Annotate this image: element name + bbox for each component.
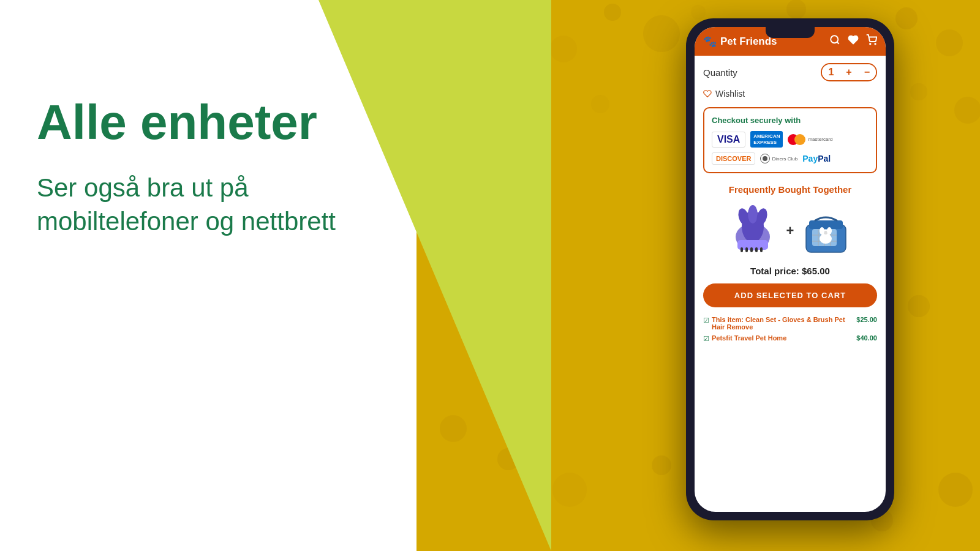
svg-point-21	[652, 455, 671, 475]
left-content: Alle enheter Ser også bra ut på mobiltel…	[37, 98, 355, 238]
svg-point-7	[786, 0, 806, 19]
svg-rect-47	[809, 220, 843, 229]
svg-point-29	[908, 295, 930, 317]
wishlist-label: Wishlist	[715, 89, 745, 99]
app-content: Quantity 1 + − Wishlist Checkout securel…	[695, 56, 886, 509]
svg-point-13	[591, 95, 609, 113]
svg-point-9	[895, 7, 918, 29]
sub-text: Ser også bra ut på mobiltelefoner og net…	[37, 171, 355, 238]
svg-rect-43	[755, 247, 758, 252]
quantity-control: 1 + −	[821, 63, 877, 81]
fbt-plus-sign: +	[786, 223, 794, 239]
phone-outer: 🐾 Pet Friends	[686, 18, 894, 520]
phone-mockup: 🐾 Pet Friends	[686, 18, 894, 520]
svg-rect-44	[760, 247, 763, 252]
paypal-logo: PayPal	[802, 154, 831, 163]
fbt-item-1-name: This item: Clean Set - Gloves & Brush Pe…	[712, 316, 854, 331]
add-to-cart-button[interactable]: ADD SELECTED TO CART	[703, 283, 877, 307]
phone-screen: 🐾 Pet Friends	[695, 27, 886, 512]
app-logo: 🐾 Pet Friends	[703, 35, 777, 48]
fbt-title: Frequently Bought Together	[703, 184, 877, 195]
svg-point-3	[604, 4, 621, 21]
checkout-title: Checkout securely with	[712, 116, 869, 125]
quantity-plus-button[interactable]: +	[840, 64, 858, 80]
svg-point-25	[938, 473, 973, 507]
fbt-total-price: Total price: $65.00	[703, 266, 877, 276]
svg-line-31	[837, 42, 839, 43]
heart-icon[interactable]	[848, 34, 859, 48]
quantity-label: Quantity	[703, 67, 737, 78]
svg-rect-40	[741, 247, 743, 252]
amex-logo: AMERICANEXPRESS	[750, 131, 783, 148]
svg-rect-41	[745, 247, 748, 252]
svg-point-30	[831, 36, 838, 43]
fbt-product-2-image	[800, 203, 855, 258]
fbt-item-1: ☑ This item: Clean Set - Gloves & Brush …	[703, 316, 877, 331]
svg-point-4	[643, 15, 680, 52]
svg-point-18	[440, 415, 467, 442]
fbt-item-1-checkbox[interactable]: ☑	[703, 317, 709, 324]
wishlist-heart-icon	[703, 89, 712, 98]
svg-point-10	[936, 29, 963, 56]
payment-logos: VISA AMERICANEXPRESS mastercard DISCOVER	[712, 131, 869, 165]
svg-point-58	[827, 227, 832, 234]
svg-point-2	[550, 36, 577, 62]
phone-notch	[766, 27, 815, 38]
fbt-item-2-checkbox[interactable]: ☑	[703, 335, 709, 343]
fbt-item-2-price: $40.00	[856, 334, 877, 342]
fbt-item-1-price: $25.00	[856, 316, 877, 323]
svg-rect-42	[750, 247, 753, 252]
fbt-items-list: ☑ This item: Clean Set - Gloves & Brush …	[703, 316, 877, 343]
svg-point-57	[820, 227, 824, 234]
visa-logo: VISA	[712, 132, 745, 148]
svg-point-20	[552, 473, 587, 507]
search-icon[interactable]	[829, 34, 840, 48]
discover-logo: DISCOVER	[712, 152, 755, 165]
svg-point-33	[875, 43, 876, 45]
main-heading: Alle enheter	[37, 98, 355, 147]
quantity-minus-button[interactable]: −	[858, 64, 876, 80]
mastercard-logo: mastercard	[788, 134, 832, 145]
app-name: Pet Friends	[720, 36, 777, 48]
paw-icon: 🐾	[703, 35, 717, 48]
fbt-products: +	[703, 203, 877, 258]
wishlist-row[interactable]: Wishlist	[703, 89, 877, 99]
svg-point-32	[870, 43, 871, 45]
quantity-row: Quantity 1 + −	[703, 63, 877, 81]
diners-club-logo: Diners Club	[760, 154, 797, 163]
checkout-box: Checkout securely with VISA AMERICANEXPR…	[703, 107, 877, 173]
cart-icon[interactable]	[866, 34, 877, 48]
svg-point-16	[910, 83, 927, 100]
svg-point-37	[748, 205, 758, 223]
fbt-item-2: ☑ Petsfit Travel Pet Home $40.00	[703, 334, 877, 343]
svg-point-17	[954, 97, 980, 124]
fbt-product-1-image	[725, 203, 780, 258]
header-icons	[829, 34, 877, 48]
fbt-item-2-name: Petsfit Travel Pet Home	[712, 334, 854, 342]
quantity-value: 1	[822, 64, 840, 80]
svg-point-5	[691, 5, 706, 20]
